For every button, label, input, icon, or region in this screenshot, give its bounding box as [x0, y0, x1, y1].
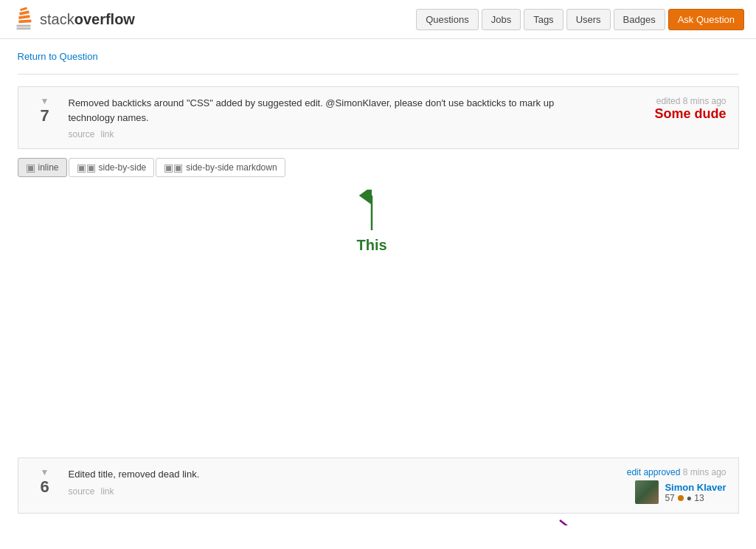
- editor-badges: 57 ● 13: [665, 493, 726, 503]
- edit-meta-2: edit approved 8 mins ago Simon Klaver 57…: [579, 467, 726, 504]
- source-link-2[interactable]: source: [69, 486, 95, 497]
- nav-tags[interactable]: Tags: [524, 9, 563, 30]
- view-tabs: ▣ inline ▣▣ side-by-side ▣▣ side-by-side…: [18, 158, 739, 177]
- nav-badges[interactable]: Badges: [614, 9, 665, 30]
- vote-count-1: 7: [40, 106, 49, 125]
- svg-rect-2: [18, 20, 31, 24]
- tab-side-by-side-label: side-by-side: [99, 162, 147, 173]
- editor-avatar: [635, 480, 659, 504]
- svg-rect-4: [19, 10, 30, 15]
- edit-comment-2: Edited title, removed dead link.: [69, 467, 570, 482]
- link-link-2[interactable]: link: [101, 486, 114, 497]
- svg-rect-5: [20, 7, 27, 11]
- editor-name-1: Some dude: [579, 106, 726, 122]
- edit-meta-1: edited 8 mins ago Some dude: [579, 96, 726, 122]
- this-text: This: [357, 237, 387, 254]
- edit-links-2: source link: [69, 486, 570, 497]
- logo-area[interactable]: stackoverflow: [12, 6, 135, 32]
- editor-details: Simon Klaver 57 ● 13: [665, 482, 726, 503]
- vote-down-arrow-2[interactable]: ▼: [41, 467, 49, 477]
- vote-section-1: ▼ 7: [30, 96, 60, 125]
- rep-score: 57: [665, 493, 674, 503]
- logo-text: stackoverflow: [40, 11, 135, 28]
- side-by-side-icon: ▣▣: [77, 162, 96, 173]
- markdown-icon: ▣▣: [164, 162, 183, 173]
- nav-questions[interactable]: Questions: [416, 9, 479, 30]
- tab-side-by-side-markdown[interactable]: ▣▣ side-by-side markdown: [156, 158, 285, 177]
- arrow-down-right-svg: [556, 517, 608, 525]
- source-link-1[interactable]: source: [69, 129, 95, 139]
- nav-ask-question[interactable]: Ask Question: [668, 9, 744, 30]
- time-ago-2: 8 mins ago: [683, 467, 726, 477]
- page-wrapper: ▼ 7 Removed backticks around "CSS" added…: [18, 86, 739, 514]
- edit-links-1: source link: [69, 129, 570, 139]
- svg-rect-3: [18, 15, 30, 19]
- vote-count-2: 6: [40, 477, 49, 497]
- edit-content-1: Removed backticks around "CSS" added by …: [69, 96, 570, 139]
- divider: [18, 74, 739, 75]
- svg-rect-1: [17, 27, 31, 30]
- tab-inline-label: inline: [38, 162, 59, 173]
- arrow-up-svg: [357, 190, 386, 234]
- badge-count: ● 13: [687, 493, 704, 503]
- vote-section-2: ▼ 6: [30, 467, 60, 497]
- nav-buttons: Questions Jobs Tags Users Badges Ask Que…: [416, 9, 744, 30]
- logo-icon: [12, 6, 35, 32]
- nav-jobs[interactable]: Jobs: [482, 9, 521, 30]
- annotation-this: This: [357, 190, 387, 254]
- main-content: Return to Question ▼ 7 Removed backticks…: [6, 39, 751, 525]
- edit-approved-text: edit approved 8 mins ago: [579, 467, 726, 477]
- nav-users[interactable]: Users: [566, 9, 611, 30]
- edit-item-1: ▼ 7 Removed backticks around "CSS" added…: [18, 86, 739, 149]
- tab-side-by-side[interactable]: ▣▣ side-by-side: [69, 158, 155, 177]
- edit-item-2: ▼ 6 Edited title, removed dead link. sou…: [18, 458, 739, 514]
- editor-info-2: Simon Klaver 57 ● 13: [579, 480, 726, 504]
- inline-icon: ▣: [26, 162, 35, 173]
- svg-rect-0: [17, 25, 31, 27]
- svg-line-9: [560, 520, 600, 525]
- edit-comment-1: Removed backticks around "CSS" added by …: [69, 96, 570, 125]
- vote-down-arrow-1[interactable]: ▼: [41, 96, 49, 106]
- return-to-question-link[interactable]: Return to Question: [18, 51, 98, 62]
- tab-inline[interactable]: ▣ inline: [18, 158, 67, 177]
- tab-sbs-md-label: side-by-side markdown: [186, 162, 277, 173]
- edit-content-2: Edited title, removed dead link. source …: [69, 467, 570, 497]
- bronze-badge-dot: [678, 495, 684, 501]
- editor-name-link[interactable]: Simon Klaver: [665, 482, 726, 493]
- site-header: stackoverflow Questions Jobs Tags Users …: [0, 0, 756, 39]
- avatar-image: [635, 480, 659, 504]
- edit-approved-link[interactable]: edit approved: [627, 467, 681, 477]
- link-link-1[interactable]: link: [101, 129, 114, 139]
- edited-label-1: edited 8 mins ago: [579, 96, 726, 106]
